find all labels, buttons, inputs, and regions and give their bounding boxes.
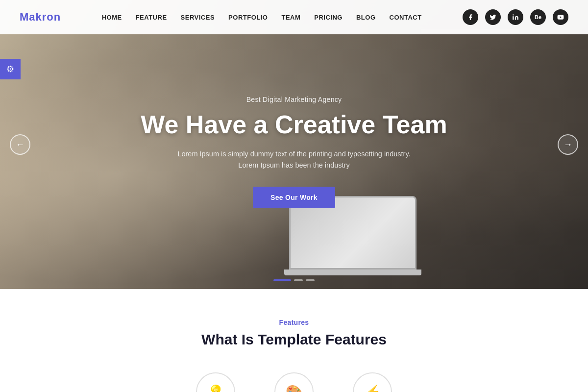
feature-icon-1: 💡	[196, 372, 235, 392]
features-label: Features	[20, 318, 568, 326]
arrow-left-icon: ←	[16, 140, 24, 150]
indicator-2[interactable]	[294, 279, 303, 281]
lightbulb-icon: 💡	[207, 384, 224, 392]
feature-icon-2: 🎨	[274, 372, 314, 392]
features-title: What Is Template Features	[20, 331, 568, 348]
slider-prev-button[interactable]: ←	[10, 134, 30, 155]
hero-cta-button[interactable]: See Our Work	[253, 187, 335, 208]
hero-subtitle: Best Digital Marketing Agency	[246, 96, 342, 103]
indicator-1[interactable]	[273, 279, 291, 281]
features-section: Features What Is Template Features 💡 🎨 ⚡	[0, 289, 588, 392]
lightning-icon: ⚡	[364, 384, 381, 392]
hero-description: Lorem Ipsum is simply dummy text of the …	[177, 148, 410, 171]
settings-button[interactable]: ⚙	[0, 59, 21, 79]
palette-icon: 🎨	[286, 384, 303, 392]
feature-icons-row: 💡 🎨 ⚡	[20, 372, 568, 392]
gear-icon: ⚙	[6, 64, 14, 74]
hero-section: ⚙ ← → Best Digital Marketing Agency We H…	[0, 0, 588, 289]
slider-next-button[interactable]: →	[558, 134, 578, 155]
indicator-3[interactable]	[306, 279, 315, 281]
slide-indicators	[273, 279, 315, 281]
hero-content: Best Digital Marketing Agency We Have a …	[0, 0, 588, 289]
arrow-right-icon: →	[564, 140, 572, 150]
feature-icon-3: ⚡	[353, 372, 392, 392]
hero-title: We Have a Creative Team	[141, 110, 447, 140]
